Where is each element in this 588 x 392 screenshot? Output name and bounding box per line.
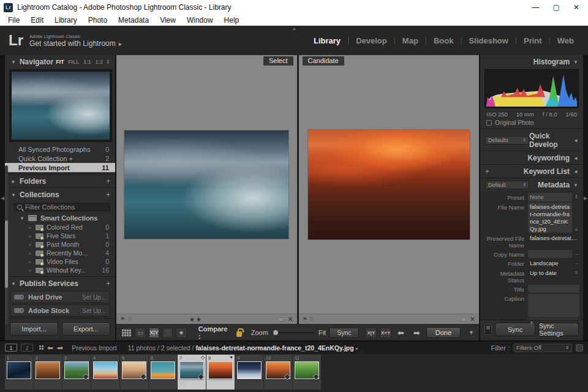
loupe-view-icon[interactable]: ▭ (135, 328, 145, 338)
autosync-toggle[interactable] (484, 324, 492, 335)
menu-item[interactable]: Edit (25, 16, 49, 24)
thumbnail-image[interactable] (93, 361, 118, 379)
catalog-item[interactable]: Quick Collection + 2 (5, 154, 115, 163)
sync-settings-button[interactable]: Sync Settings (538, 323, 579, 336)
toolbar-options-chevron-icon[interactable]: ▼ (469, 330, 474, 336)
folders-header[interactable]: ► Folders + (5, 174, 115, 187)
sync-button[interactable]: Sync (495, 323, 535, 336)
smart-collection-item[interactable]: ► Recently Mo... 4 (5, 249, 115, 257)
arrow-action-icon[interactable]: → (573, 250, 579, 257)
filmstrip-thumbnail[interactable]: 4 (91, 355, 120, 390)
star-rating-dots[interactable]: ∙ ∙ ∙ (205, 316, 222, 322)
catalog-item[interactable]: Previous Import 11 (5, 163, 115, 172)
navigator-preview[interactable] (9, 69, 112, 142)
star-rating-dots[interactable]: ∙ ∙ ∙ ∙ ∙ (372, 316, 403, 322)
menu-item[interactable]: Window (181, 16, 219, 24)
candidate-photo[interactable] (308, 130, 470, 239)
metadata-view-select[interactable]: Default⇕ (485, 181, 529, 189)
navigator-zoom-option[interactable]: 1:2 (96, 59, 103, 65)
keyword-list-header[interactable]: + Keyword List ◄ (480, 164, 583, 178)
export-button[interactable]: Export... (62, 322, 110, 336)
publish-service-item[interactable]: Hard Drive Set Up... (10, 291, 110, 303)
menu-item[interactable]: View (154, 16, 181, 24)
pick-flag-icon[interactable]: ⚑ (120, 316, 125, 322)
histogram-header[interactable]: Histogram ▼ (480, 55, 583, 68)
add-folder-icon[interactable]: + (106, 177, 110, 186)
filmstrip-thumbnail[interactable]: 3 (62, 355, 91, 390)
menu-item[interactable]: File (2, 16, 25, 24)
histogram[interactable] (484, 69, 579, 108)
grid-view-icon[interactable] (121, 328, 132, 338)
file-name-value[interactable]: falaises-detretat-normandie-france_t20_4… (528, 203, 572, 233)
left-panel-collapse-strip[interactable]: ◀ (0, 55, 5, 341)
publish-service-item[interactable]: Adobe Stock Set Up... (10, 304, 110, 317)
filter-lock-icon[interactable] (576, 344, 583, 352)
done-button[interactable]: Done (426, 327, 461, 338)
lock-icon[interactable] (236, 331, 241, 337)
quick-develop-header[interactable]: Defaults⇕ Quick Develop ◄ (480, 129, 583, 151)
publish-services-header[interactable]: ▼ Publish Services + (5, 276, 115, 290)
module-tab[interactable]: Develop (349, 36, 394, 45)
compare-view-icon[interactable]: X|Y (149, 328, 159, 338)
smart-collection-item[interactable]: ► Colored Red 0 (5, 223, 115, 232)
deselect-icon[interactable]: ✕ (470, 315, 475, 323)
smart-collection-item[interactable]: ► Without Key... 16 (5, 266, 115, 274)
set-up-link[interactable]: Set Up... (82, 307, 106, 314)
module-tab[interactable]: Web (551, 36, 581, 45)
filmstrip-thumbnail[interactable]: 2 (34, 355, 62, 390)
top-panel-collapse-icon[interactable]: ▲ (292, 26, 296, 31)
minimize-icon[interactable]: — (532, 3, 540, 12)
panel-collapse-icon[interactable]: ▲ (530, 320, 534, 324)
title-field[interactable] (528, 285, 579, 293)
add-keyword-icon[interactable]: + (485, 167, 489, 176)
thumbnail-image[interactable] (151, 361, 175, 379)
navigator-zoom-option[interactable]: FILL (68, 59, 79, 65)
filmstrip-thumbnail[interactable]: 7 ◇ ∙∙ (178, 355, 206, 390)
sync-zoom-button[interactable]: Sync (329, 328, 359, 338)
collections-header[interactable]: ▼ Collections + (5, 187, 115, 201)
smart-collection-item[interactable]: ► Past Month 0 (5, 240, 115, 249)
filter-select[interactable]: Filters Off⇕ (513, 344, 572, 352)
survey-view-icon[interactable]: ⿲ (162, 328, 173, 338)
forward-arrow-icon[interactable]: ➡ (57, 344, 63, 352)
second-window-button[interactable]: 2 (21, 344, 33, 352)
set-up-link[interactable]: Set Up... (82, 294, 106, 301)
filter-collections-input[interactable]: Filter Collections (13, 203, 110, 211)
menu-item[interactable]: Help (219, 16, 245, 24)
filmstrip-thumbnail[interactable]: 5 (120, 355, 149, 390)
import-button[interactable]: Import... (10, 322, 58, 336)
select-pane[interactable]: Select ⚑ ⚐ ★★∙ ∙ ∙ ✕ (116, 55, 299, 324)
left-panel-scrollbar[interactable] (5, 165, 8, 325)
main-window-button[interactable]: 1 (5, 344, 17, 352)
module-tab[interactable]: Library (307, 36, 347, 45)
thumbnail-image[interactable] (36, 361, 60, 379)
action-icon[interactable]: ≡ (573, 226, 579, 233)
filmstrip-source[interactable]: Previous Import (72, 344, 117, 352)
copy-name-field[interactable] (528, 250, 572, 258)
get-started-link[interactable]: Get started with Lightroom ► (29, 39, 123, 48)
previous-photo-icon[interactable]: ⬅ (394, 328, 407, 337)
smart-collections-group[interactable]: ▼ Smart Collections (5, 213, 115, 223)
next-photo-icon[interactable]: ➡ (410, 328, 423, 337)
zoom-slider[interactable] (272, 332, 315, 333)
make-select-icon[interactable]: X+Y (380, 328, 391, 338)
reject-flag-icon[interactable]: ⚐ (127, 316, 132, 322)
close-icon[interactable]: ✕ (573, 3, 579, 12)
filmstrip-thumbnail[interactable]: 11 (293, 355, 322, 390)
keywording-header[interactable]: Keywording ◄ (480, 151, 583, 164)
reject-flag-icon[interactable]: ⚐ (310, 316, 315, 322)
add-collection-icon[interactable]: + (106, 190, 110, 199)
checkbox-icon[interactable] (486, 120, 492, 126)
navigator-zoom-option[interactable]: 1:1 (83, 59, 91, 65)
thumbnail-image[interactable] (208, 361, 233, 379)
thumbnail-image[interactable] (237, 361, 262, 379)
filmstrip-thumbnail[interactable]: 8 ✦ (206, 355, 235, 390)
smart-collection-item[interactable]: ► Video Files 0 (5, 257, 115, 266)
filmstrip-status[interactable]: 11 photos / 2 selected / falaises-detret… (128, 344, 358, 352)
back-arrow-icon[interactable]: ⬅ (47, 344, 53, 352)
maximize-icon[interactable]: ▢ (553, 3, 560, 12)
saved-preset-select[interactable]: Defaults⇕ (485, 136, 529, 145)
catalog-item[interactable]: All Synced Photographs 0 (5, 145, 115, 154)
add-publish-service-icon[interactable]: + (106, 279, 110, 288)
module-tab[interactable]: Print (517, 36, 549, 45)
